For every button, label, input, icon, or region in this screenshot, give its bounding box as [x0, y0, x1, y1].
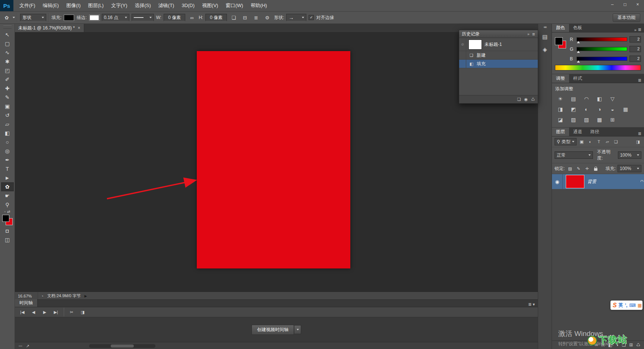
blend-mode-select[interactable]: 正常 [555, 151, 593, 159]
quick-selection-tool[interactable]: ✱ [1, 57, 14, 66]
tab-adjustments[interactable]: 调整 [552, 74, 569, 83]
history-brush-tool[interactable]: ↺ [1, 111, 14, 120]
history-source-toggle[interactable] [459, 51, 466, 59]
panel-menu-icon[interactable]: ≣ [638, 131, 641, 136]
tab-color[interactable]: 颜色 [552, 23, 569, 32]
export-icon[interactable]: ↗ [26, 344, 29, 349]
status-expand-icon[interactable]: ▶ [82, 294, 89, 298]
foreground-color-swatch[interactable] [2, 215, 9, 222]
green-slider[interactable] [577, 47, 627, 51]
swap-colors-icon[interactable]: ⇄ [7, 210, 10, 214]
panel-menu-icon[interactable]: ≣ [638, 78, 641, 83]
menu-filter[interactable]: 滤镜(T) [155, 0, 178, 11]
link-dimensions-icon[interactable]: ∞ [187, 14, 196, 21]
soft-keyboard-icon[interactable]: ⌨ [629, 303, 635, 308]
collapse-panel-icon[interactable]: » [634, 28, 637, 32]
new-layer-icon[interactable]: ⊞ [629, 342, 633, 348]
levels-icon[interactable]: ▤ [568, 94, 579, 103]
history-source-toggle[interactable]: ⊘ [459, 38, 466, 51]
fill-opacity-field[interactable]: 100% [618, 165, 641, 172]
history-panel-header[interactable]: 历史记录 » ≣ [459, 30, 538, 38]
collapsed-panel-icon-2[interactable]: ◈ [540, 45, 550, 54]
snapshot-thumbnail[interactable] [468, 40, 482, 50]
tab-layers[interactable]: 图层 [552, 128, 569, 136]
panel-menu-icon[interactable]: ≣ [638, 27, 641, 32]
posterize-icon[interactable]: ▨ [568, 115, 579, 124]
pen-tool[interactable]: ✒ [1, 155, 14, 164]
expand-dock-chevron-icon[interactable]: «« [543, 25, 546, 29]
vibrance-icon[interactable]: ▽ [607, 94, 618, 103]
delete-layer-icon[interactable]: ♺ [636, 342, 640, 348]
geometry-options-gear-icon[interactable]: ⚙ [263, 14, 272, 21]
history-source-toggle[interactable] [459, 60, 466, 68]
shape-width-field[interactable]: 0 像素 [164, 14, 185, 21]
menu-3d[interactable]: 3D(D) [178, 0, 198, 11]
screen-mode-button[interactable]: ◫ [1, 235, 14, 244]
spot-healing-brush-tool[interactable]: ✚ [1, 84, 14, 93]
fill-color-swatch[interactable] [64, 15, 74, 21]
color-spectrum-ramp[interactable] [555, 65, 641, 70]
ime-language-mode[interactable]: 英 [619, 302, 623, 308]
ime-punctuation-mode[interactable]: ’, [625, 303, 628, 308]
shape-filter-icon[interactable]: ▱ [604, 138, 611, 145]
menu-help[interactable]: 帮助(H) [247, 0, 271, 11]
black-white-icon[interactable]: ◐ [581, 105, 592, 114]
red-slider[interactable] [577, 37, 627, 41]
tool-mode-select[interactable]: 形状 [20, 14, 46, 21]
tab-styles[interactable]: 样式 [569, 74, 586, 83]
menu-layer[interactable]: 图层(L) [84, 0, 107, 11]
lock-transparency-icon[interactable]: ▨ [566, 165, 573, 172]
create-video-timeline-button[interactable]: 创建视频时间轴 [252, 325, 294, 335]
color-lookup-icon[interactable]: ▦ [620, 105, 631, 114]
layer-thumbnail[interactable] [566, 175, 584, 188]
document-tab[interactable]: 未标题-1 @ 16.7%(RGB/8) * × [15, 24, 84, 32]
tab-paths[interactable]: 路径 [586, 128, 603, 136]
scrollbar-thumb[interactable] [111, 345, 134, 348]
invert-icon[interactable]: ◪ [555, 115, 566, 124]
curves-icon[interactable]: ◠ [581, 94, 592, 103]
type-filter-icon[interactable]: T [596, 138, 602, 145]
gradient-tool[interactable]: ◧ [1, 129, 14, 138]
green-value-field[interactable]: 2 [629, 46, 641, 52]
path-selection-tool[interactable]: ► [1, 173, 14, 182]
color-balance-icon[interactable]: ◩ [568, 105, 579, 114]
new-document-from-state-button[interactable]: ❏ [517, 97, 521, 102]
blue-slider[interactable] [577, 57, 627, 61]
channel-mixer-icon[interactable]: ◒ [607, 105, 618, 114]
adjustment-filter-icon[interactable]: ◐ [587, 138, 594, 145]
status-menu-icon[interactable]: ◔ [39, 294, 46, 298]
lock-all-icon[interactable] [592, 165, 599, 172]
eraser-tool[interactable]: ▱ [1, 120, 14, 129]
red-slider-thumb[interactable] [577, 41, 580, 43]
tab-close-icon[interactable]: × [78, 25, 80, 31]
next-frame-button[interactable]: ▶| [51, 308, 61, 316]
layer-row-background[interactable]: ◉ 背景 [552, 174, 644, 189]
delete-state-button[interactable]: ♺ [531, 97, 535, 102]
foreground-color-swatch[interactable] [555, 37, 563, 45]
rectangular-marquee-tool[interactable]: ▢ [1, 39, 14, 48]
stroke-color-swatch[interactable] [89, 15, 100, 21]
menu-file[interactable]: 文件(F) [16, 0, 39, 11]
tool-preset-picker[interactable]: ✿ [2, 14, 15, 21]
clone-stamp-tool[interactable]: ▣ [1, 102, 14, 111]
frame-size-icon[interactable]: ▫▫▫ [19, 344, 22, 348]
hand-tool[interactable]: ☛ [1, 191, 14, 200]
toolbar-grip[interactable] [3, 25, 12, 29]
photo-filter-icon[interactable]: ◑ [594, 105, 605, 114]
collapse-panel-icon[interactable]: » [527, 32, 530, 36]
blue-slider-thumb[interactable] [577, 60, 580, 63]
workspace-switcher-button[interactable]: 基本功能 [613, 13, 640, 22]
menu-view[interactable]: 视图(V) [198, 0, 222, 11]
gradient-map-icon[interactable]: ▩ [594, 115, 605, 124]
split-clip-button[interactable]: ✂ [66, 308, 77, 316]
ime-toolbox-icon[interactable]: ▦ [638, 303, 642, 308]
dodge-tool[interactable]: ◎ [1, 147, 14, 155]
lock-position-icon[interactable]: ✛ [584, 165, 590, 172]
menu-select[interactable]: 选择(S) [131, 0, 154, 11]
custom-shape-tool[interactable]: ✿ [1, 182, 14, 191]
default-colors-icon[interactable]: ▫ [4, 210, 6, 214]
hue-saturation-icon[interactable]: ◨ [555, 105, 566, 114]
stroke-type-select[interactable] [132, 14, 154, 21]
blur-tool[interactable]: ○ [1, 138, 14, 147]
eyedropper-tool[interactable]: ✐ [1, 75, 14, 84]
